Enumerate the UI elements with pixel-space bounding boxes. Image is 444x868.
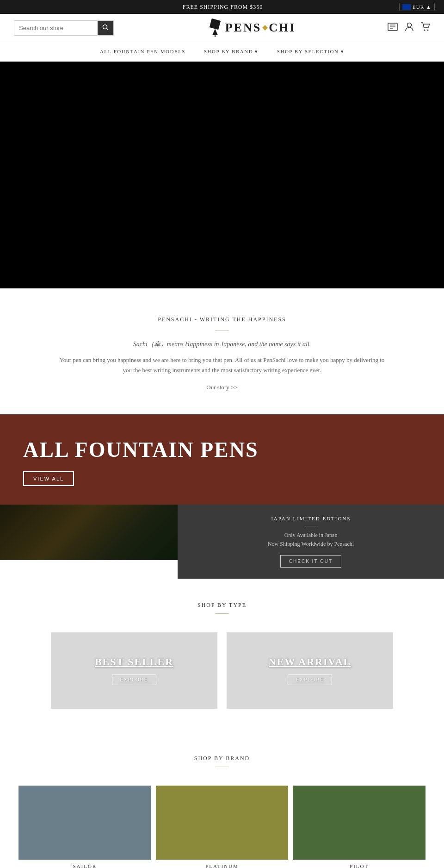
brand-grid: SAILOR PLATINUM PILOT — [0, 772, 444, 868]
new-arrival-card[interactable]: NEW ARRIVAL EXPLORE — [227, 632, 393, 709]
pilot-label: PILOT — [293, 860, 426, 868]
shop-by-type-title: SHOP BY TYPE — [0, 602, 444, 609]
search-button[interactable] — [98, 21, 113, 35]
search-form[interactable] — [14, 20, 114, 36]
platinum-brand-card[interactable]: PLATINUM — [156, 786, 289, 868]
main-nav: ALL FOUNTAIN PEN MODELS SHOP BY BRAND ▾ … — [0, 42, 444, 62]
shipping-notice: FREE SHIPPING FROM $350 — [46, 4, 399, 11]
shopping-cart-icon — [421, 22, 430, 31]
sailor-brand-card[interactable]: SAILOR — [18, 786, 151, 868]
fountain-pens-banner: ALL FOUNTAIN PENS VIEW ALL JAPAN LIMITED… — [0, 414, 444, 579]
logo-diamond-icon — [262, 25, 268, 31]
limited-image — [0, 505, 178, 560]
limited-divider — [304, 526, 318, 526]
banner-title: ALL FOUNTAIN PENS — [23, 437, 421, 462]
wishlist-icon[interactable] — [388, 23, 398, 33]
eu-flag-icon — [402, 4, 411, 10]
limited-editions-section: JAPAN LIMITED EDTIONS Only Available in … — [0, 505, 444, 579]
hero-banner — [0, 62, 444, 288]
shop-by-type-header: SHOP BY TYPE — [0, 579, 444, 618]
shop-by-brand-title: SHOP BY BRAND — [0, 755, 444, 762]
currency-selector[interactable]: EUR ▲ — [399, 3, 435, 11]
pilot-brand-card[interactable]: PILOT — [293, 786, 426, 868]
intro-description: Your pen can bring you happiness and we … — [56, 355, 388, 375]
cart-icon[interactable] — [421, 22, 430, 34]
new-arrival-explore-button[interactable]: EXPLORE — [288, 674, 332, 685]
limited-title: JAPAN LIMITED EDTIONS — [271, 516, 351, 521]
check-it-out-button[interactable]: CHECK IT OUT — [280, 555, 341, 568]
logo-icon — [206, 19, 224, 37]
limited-text-1: Only Available in Japan — [284, 532, 338, 539]
logo[interactable]: PENS CHI — [114, 19, 388, 37]
nav-all-pens[interactable]: ALL FOUNTAIN PEN MODELS — [100, 49, 185, 55]
intro-divider — [215, 331, 229, 331]
svg-point-12 — [427, 29, 429, 31]
nav-shop-selection[interactable]: SHOP BY SELECTION ▾ — [277, 49, 344, 55]
svg-rect-2 — [209, 19, 220, 30]
svg-point-0 — [103, 25, 107, 29]
svg-line-1 — [107, 28, 109, 30]
svg-point-10 — [407, 23, 412, 27]
sailor-card-image — [18, 786, 151, 860]
top-bar: FREE SHIPPING FROM $350 EUR ▲ — [0, 0, 444, 14]
limited-info: JAPAN LIMITED EDTIONS Only Available in … — [178, 505, 444, 579]
intro-section: PENSACHI - WRITING THE HAPPINESS Sachi（幸… — [0, 288, 444, 414]
limited-text-2: Now Shipping Worldwide by Pensachi — [268, 541, 354, 548]
sailor-label: SAILOR — [18, 860, 151, 868]
best-seller-card[interactable]: BEST SELLER EXPLORE — [51, 632, 217, 709]
platinum-label: PLATINUM — [156, 860, 289, 868]
header-icons — [388, 22, 430, 34]
account-icon[interactable] — [405, 22, 413, 34]
pen-image — [0, 505, 178, 560]
logo-chi: CHI — [269, 21, 296, 35]
new-arrival-title: NEW ARRIVAL — [269, 656, 351, 668]
shop-by-brand-header: SHOP BY BRAND — [0, 732, 444, 772]
search-input[interactable] — [14, 22, 98, 34]
nav-shop-brand[interactable]: SHOP BY BRAND ▾ — [204, 49, 259, 55]
type-grid: BEST SELLER EXPLORE NEW ARRIVAL EXPLORE — [0, 618, 444, 732]
logo-pens: PENS — [225, 21, 261, 35]
svg-marker-3 — [212, 29, 218, 35]
our-story-link[interactable]: Our story >> — [206, 384, 237, 391]
best-seller-title: BEST SELLER — [95, 656, 173, 668]
note-icon — [388, 23, 398, 31]
intro-subtitle: Sachi（幸）means Happiness in Japanese, and… — [56, 340, 388, 349]
shop-by-type-divider — [215, 613, 229, 614]
currency-label: EUR — [413, 4, 424, 10]
header: PENS CHI — [0, 14, 444, 42]
logo-text: PENS CHI — [114, 19, 388, 37]
banner-background: ALL FOUNTAIN PENS VIEW ALL — [0, 414, 444, 505]
shop-by-brand-divider — [215, 767, 229, 767]
search-icon — [102, 24, 109, 31]
svg-point-11 — [424, 29, 426, 31]
intro-title: PENSACHI - WRITING THE HAPPINESS — [56, 316, 388, 323]
user-icon — [405, 22, 413, 31]
best-seller-explore-button[interactable]: EXPLORE — [112, 674, 156, 685]
currency-arrow: ▲ — [426, 4, 432, 10]
svg-marker-5 — [262, 25, 268, 31]
view-all-button[interactable]: VIEW ALL — [23, 471, 74, 486]
pilot-card-image — [293, 786, 426, 860]
platinum-card-image — [156, 786, 289, 860]
